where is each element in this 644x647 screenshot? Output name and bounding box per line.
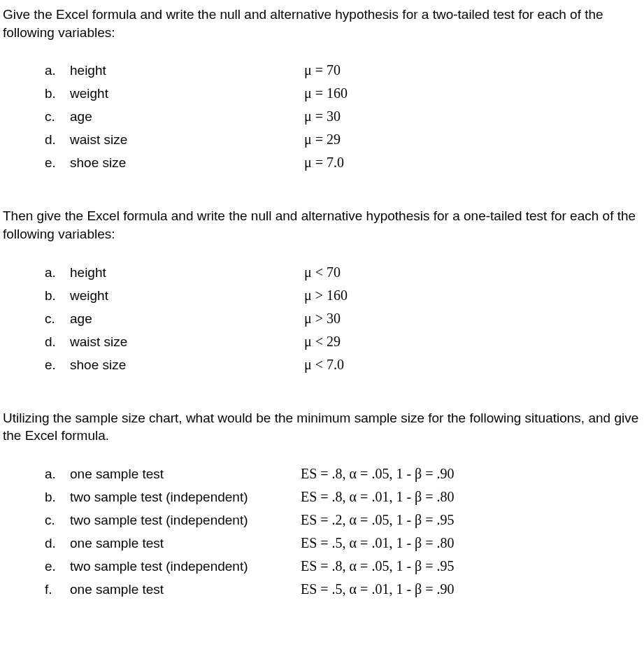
item-value: ES = .8, α = .01, 1 - β = .80 xyxy=(301,488,455,506)
item-value: ES = .8, α = .05, 1 - β = .90 xyxy=(301,464,455,483)
item-value: ES = .8, α = .05, 1 - β = .95 xyxy=(301,557,455,576)
item-letter: c. xyxy=(45,310,70,328)
item-letter: a. xyxy=(45,465,70,483)
item-letter: d. xyxy=(45,534,70,553)
item-value: μ = 29 xyxy=(304,130,341,149)
item-value: μ = 7.0 xyxy=(304,153,344,172)
list-item: e. shoe size μ = 7.0 xyxy=(45,153,641,172)
item-value: μ < 70 xyxy=(304,263,341,282)
list-item: b. weight μ > 160 xyxy=(45,286,641,305)
item-letter: e. xyxy=(45,356,70,374)
section3-intro: Utilizing the sample size chart, what wo… xyxy=(3,409,641,445)
item-letter: f. xyxy=(45,581,70,599)
section1-list: a. height μ = 70 b. weight μ = 160 c. ag… xyxy=(45,61,641,172)
item-value: ES = .2, α = .05, 1 - β = .95 xyxy=(301,511,455,529)
list-item: a. height μ = 70 xyxy=(45,61,641,80)
item-label: two sample test (independent) xyxy=(70,511,301,529)
item-label: waist size xyxy=(70,333,304,351)
section2-intro: Then give the Excel formula and write th… xyxy=(3,207,641,243)
item-letter: d. xyxy=(45,131,70,149)
list-item: b. weight μ = 160 xyxy=(45,84,641,103)
item-label: two sample test (independent) xyxy=(70,557,301,576)
list-item: a. one sample test ES = .8, α = .05, 1 -… xyxy=(45,464,641,483)
item-value: μ = 160 xyxy=(304,84,348,103)
item-label: two sample test (independent) xyxy=(70,488,301,506)
item-value: μ = 30 xyxy=(304,107,341,126)
item-letter: c. xyxy=(45,108,70,126)
item-value: μ > 30 xyxy=(304,309,341,328)
item-label: height xyxy=(70,62,304,80)
item-label: one sample test xyxy=(70,581,301,599)
item-value: μ < 29 xyxy=(304,332,341,351)
item-label: age xyxy=(70,310,304,328)
list-item: d. waist size μ < 29 xyxy=(45,332,641,351)
item-value: μ < 7.0 xyxy=(304,355,344,374)
list-item: b. two sample test (independent) ES = .8… xyxy=(45,488,641,506)
item-letter: d. xyxy=(45,333,70,351)
list-item: d. waist size μ = 29 xyxy=(45,130,641,149)
section2-list: a. height μ < 70 b. weight μ > 160 c. ag… xyxy=(45,263,641,374)
item-letter: c. xyxy=(45,511,70,529)
list-item: d. one sample test ES = .5, α = .01, 1 -… xyxy=(45,534,641,553)
item-letter: a. xyxy=(45,264,70,282)
item-label: shoe size xyxy=(70,154,304,172)
item-label: weight xyxy=(70,85,304,103)
item-letter: b. xyxy=(45,85,70,103)
item-label: height xyxy=(70,264,304,282)
list-item: c. two sample test (independent) ES = .2… xyxy=(45,511,641,529)
item-letter: e. xyxy=(45,557,70,576)
item-label: one sample test xyxy=(70,465,301,483)
item-letter: a. xyxy=(45,62,70,80)
list-item: e. two sample test (independent) ES = .8… xyxy=(45,557,641,576)
item-label: shoe size xyxy=(70,356,304,374)
section3-list: a. one sample test ES = .8, α = .05, 1 -… xyxy=(45,464,641,599)
list-item: e. shoe size μ < 7.0 xyxy=(45,355,641,374)
item-value: ES = .5, α = .01, 1 - β = .80 xyxy=(301,534,455,553)
item-value: μ = 70 xyxy=(304,61,341,80)
section1-intro: Give the Excel formula and write the nul… xyxy=(3,6,641,41)
item-letter: e. xyxy=(45,154,70,172)
list-item: c. age μ > 30 xyxy=(45,309,641,328)
item-label: age xyxy=(70,108,304,126)
list-item: c. age μ = 30 xyxy=(45,107,641,126)
item-label: weight xyxy=(70,287,304,305)
item-letter: b. xyxy=(45,488,70,506)
item-value: ES = .5, α = .01, 1 - β = .90 xyxy=(301,580,455,599)
item-label: one sample test xyxy=(70,534,301,553)
item-value: μ > 160 xyxy=(304,286,348,305)
item-letter: b. xyxy=(45,287,70,305)
list-item: f. one sample test ES = .5, α = .01, 1 -… xyxy=(45,580,641,599)
list-item: a. height μ < 70 xyxy=(45,263,641,282)
item-label: waist size xyxy=(70,131,304,149)
